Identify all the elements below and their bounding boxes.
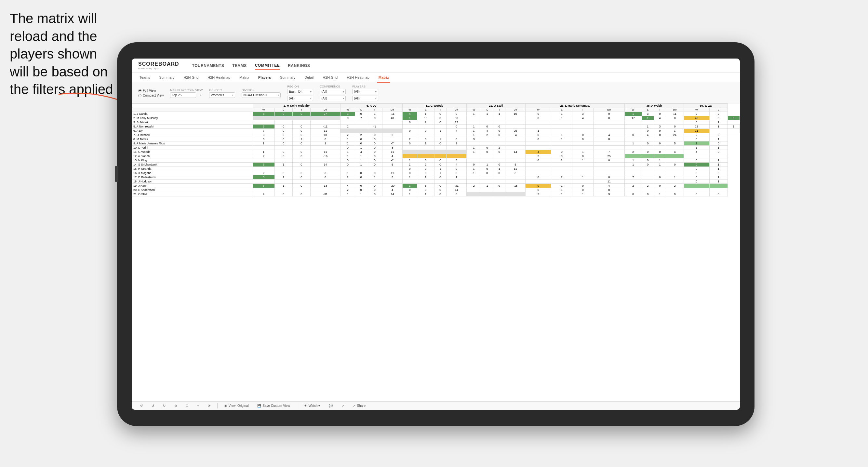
cell <box>625 125 642 129</box>
cell: 3 <box>466 137 481 142</box>
cell <box>654 188 666 192</box>
col-header-za: 60. W Za <box>684 104 727 108</box>
refresh-btn[interactable]: ⟳ <box>206 403 212 408</box>
sub-nav-detail[interactable]: Detail <box>303 73 315 83</box>
cell: 6 <box>310 175 340 180</box>
cell <box>493 175 505 180</box>
view-original-btn[interactable]: ◉ View: Original <box>222 403 251 408</box>
conference-sub-select-wrapper: (All) <box>320 95 346 101</box>
full-view-option[interactable]: Full View <box>138 89 163 92</box>
cell: 17 <box>446 120 466 125</box>
division-label: Division <box>242 89 281 92</box>
cell <box>666 146 684 150</box>
cell: 1 <box>292 137 310 142</box>
expand-btn[interactable]: ⤢ <box>340 403 346 408</box>
zoom-in-btn[interactable]: + <box>195 403 201 408</box>
comment-btn[interactable]: 💬 <box>327 403 335 408</box>
cell <box>481 154 493 158</box>
cell: 1 <box>551 184 572 188</box>
division-filter: Division NCAA Division II NCAA Division … <box>242 89 281 98</box>
redo1-btn[interactable]: ↺ <box>150 403 156 408</box>
cell <box>625 146 642 150</box>
player-name: 11. G Woods <box>132 150 253 154</box>
compact-view-option[interactable]: Compact View <box>138 94 163 97</box>
cell: 0 <box>684 158 709 163</box>
conference-select[interactable]: (All) <box>320 89 346 94</box>
table-row: 2. M Kelly Mulcahy 0 7 0 40 1 10 0 50 <box>132 116 740 120</box>
nav-teams[interactable]: TEAMS <box>232 62 247 69</box>
cell <box>551 146 572 150</box>
player-name: 17. D Ballesteros <box>132 175 253 180</box>
cell <box>417 133 434 137</box>
share-btn[interactable]: ↗ Share <box>351 403 368 408</box>
wlt-w6: W <box>625 108 642 112</box>
cell <box>572 163 593 167</box>
wlt-w7: W <box>684 108 709 112</box>
sub-nav-h2h-grid2[interactable]: H2H Grid <box>321 73 339 83</box>
undo-btn[interactable]: ↺ <box>138 403 145 408</box>
cell: 3 <box>253 133 275 137</box>
cell <box>572 120 593 125</box>
sub-nav-matrix[interactable]: Matrix <box>238 73 250 83</box>
nav-tournaments[interactable]: TOURNAMENTS <box>192 62 224 69</box>
sub-nav-h2h-heatmap2[interactable]: H2H Heatmap <box>345 73 371 83</box>
cell <box>466 158 481 163</box>
cell: 7 <box>625 175 642 180</box>
cell: 2 <box>493 146 505 150</box>
matrix-area[interactable]: 2. M Kelly Mulcahy 6. A Dy 11. G Woods 2… <box>132 103 740 401</box>
cell: 0 <box>417 188 434 192</box>
cell <box>310 146 340 150</box>
cell <box>551 163 572 167</box>
redo2-btn[interactable]: ↻ <box>161 403 167 408</box>
cell <box>382 180 402 184</box>
cell <box>684 154 709 158</box>
cell: 3 <box>382 175 402 180</box>
cell <box>275 180 292 184</box>
conference-sub-select[interactable]: (All) <box>320 96 346 101</box>
cell: 11 <box>310 129 340 133</box>
players-sub-select[interactable]: (All) <box>352 96 378 101</box>
share-icon: ↗ <box>353 404 355 407</box>
players-select[interactable]: (All) <box>352 89 378 94</box>
sub-nav-players[interactable]: Players <box>257 73 272 83</box>
zoom-out-btn[interactable]: ⊖ <box>173 403 179 408</box>
sub-nav-h2h-grid[interactable]: H2H Grid <box>182 73 200 83</box>
cell: 0 <box>275 129 292 133</box>
sub-nav-summary2[interactable]: Summary <box>279 73 297 83</box>
cell: 1 <box>275 175 292 180</box>
region-select[interactable]: East - DII West - DII <box>287 89 313 94</box>
sub-nav-h2h-heatmap[interactable]: H2H Heatmap <box>206 73 231 83</box>
cell: 0 <box>310 137 340 142</box>
full-view-radio[interactable] <box>138 89 142 92</box>
cell: 1 <box>625 112 642 116</box>
player-name: 21. O Stoll <box>132 192 253 196</box>
compact-view-radio[interactable] <box>138 94 142 97</box>
cell <box>481 116 493 120</box>
view-original-icon: ◉ <box>224 404 227 407</box>
sub-nav-summary[interactable]: Summary <box>158 73 176 83</box>
sub-nav-matrix2[interactable]: Matrix <box>377 73 390 83</box>
region-sub-select[interactable]: (All) <box>287 96 313 101</box>
cell: 4 <box>593 133 625 137</box>
cell <box>505 192 526 196</box>
wlt-l7: L <box>709 108 727 112</box>
nav-rankings[interactable]: RANKINGS <box>288 62 310 69</box>
watch-btn[interactable]: 👁 Watch ▾ <box>302 403 322 408</box>
nav-committee[interactable]: COMMITTEE <box>255 62 280 70</box>
sub-nav-teams[interactable]: Teams <box>138 73 151 83</box>
cell: 0 <box>275 137 292 142</box>
cell <box>466 192 481 196</box>
cell: 0 <box>684 180 709 184</box>
cell: 2 <box>253 154 275 158</box>
gender-select[interactable]: Women's Men's <box>209 92 235 98</box>
max-players-select[interactable]: Top 25 Top 50 <box>170 92 196 98</box>
cell: 0 <box>593 175 625 180</box>
cell <box>367 180 382 184</box>
col-header-schumac: 23. L Marie Schumac. <box>526 104 625 108</box>
cell: 0 <box>292 184 310 188</box>
cell: 0 <box>526 133 551 137</box>
zoom-fit-btn[interactable]: ⊡ <box>184 403 190 408</box>
division-select[interactable]: NCAA Division II NCAA Division I <box>242 92 281 98</box>
save-custom-btn[interactable]: 💾 Save Custom View <box>255 403 292 408</box>
cell: 2 <box>417 120 434 125</box>
